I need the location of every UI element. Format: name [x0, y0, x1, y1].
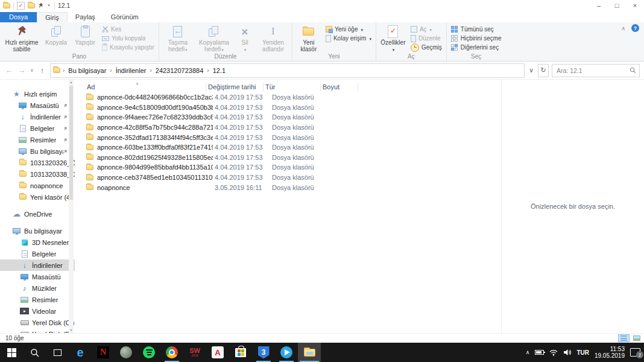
breadcrumb-this-pc[interactable]: Bu bilgisayar — [67, 67, 107, 74]
qat-properties-icon[interactable]: ✓ — [17, 2, 25, 10]
taskbar-telegram[interactable] — [275, 343, 298, 362]
qat-pin-icon[interactable] — [38, 3, 43, 8]
sidebar-item-3d-objects[interactable]: 3D Nesneler — [0, 237, 75, 248]
cut-button[interactable]: Kes — [99, 25, 157, 34]
sidebar-item-documents[interactable]: Belgeler — [0, 248, 75, 259]
start-button[interactable] — [0, 343, 23, 362]
task-view-button[interactable] — [46, 343, 69, 362]
copy-path-button[interactable]: ••• Yolu kopyala — [99, 34, 157, 43]
qat-customize-caret-icon[interactable]: ▼ — [46, 4, 51, 7]
select-all-button[interactable]: Tümünü seç — [449, 25, 504, 34]
delete-button[interactable]: × Sil — [233, 23, 256, 52]
taskbar-autocad[interactable]: A — [206, 343, 229, 362]
volume-icon[interactable] — [563, 349, 571, 356]
column-header-date[interactable]: Değiştirme tarihi — [206, 83, 264, 92]
new-folder-button[interactable]: Yeni klasör — [294, 23, 323, 52]
help-icon[interactable]: ? — [631, 24, 639, 32]
column-header-type[interactable]: Tür — [264, 83, 321, 92]
taskbar-3utools[interactable]: 3 — [252, 343, 275, 362]
move-to-button[interactable]: ← Taşıma hedefi — [161, 23, 195, 52]
action-center-icon[interactable]: 2 — [630, 348, 640, 357]
properties-button[interactable]: ✓ Özellikler — [378, 23, 408, 52]
back-button[interactable]: ← — [4, 66, 14, 75]
paste-shortcut-button[interactable]: Kısayolu yapıştır — [99, 43, 157, 52]
recent-locations-caret-icon[interactable]: ∨ — [30, 68, 34, 73]
tab-home[interactable]: Giriş — [37, 12, 68, 22]
language-indicator[interactable]: TUR — [576, 349, 589, 356]
tray-overflow-chevron-icon[interactable]: ∧ — [526, 349, 530, 355]
table-row[interactable]: apnonce-802dd19625f49328e115805ea3a... 4… — [78, 153, 501, 163]
sidebar-item-desktop-pinned[interactable]: Masaüstü — [0, 100, 75, 111]
qat-new-folder-icon[interactable] — [28, 3, 35, 8]
pin-to-quick-access-button[interactable]: Hızlı erişime sabitle — [2, 23, 42, 52]
sidebar-item-downloads-pinned[interactable]: ↓ İndirilenler — [0, 111, 75, 122]
table-row[interactable]: apnonce-9f4aeec726e7c682339ddb3c6c2... 4… — [78, 112, 501, 122]
scroll-down-icon[interactable]: ▼ — [69, 328, 74, 333]
table-row[interactable]: apnonce-42c88f5a7b75bc944c288a72153... 4… — [78, 122, 501, 133]
sidebar-scrollbar[interactable]: ▲ ▼ — [69, 80, 74, 333]
maximize-button[interactable]: □ — [608, 0, 626, 11]
tab-view[interactable]: Görünüm — [103, 12, 147, 22]
collapse-ribbon-icon[interactable]: ∧ — [621, 25, 625, 31]
copy-to-button[interactable]: Kopyalama hedefi — [195, 23, 233, 52]
sidebar-item-onedrive[interactable]: ☁ OneDrive — [0, 208, 75, 220]
table-row[interactable]: apnonce-9804d99e85bbafd4bb1135a1044... 4… — [78, 162, 501, 173]
clock[interactable]: 11:53 19.05.2019 — [595, 346, 625, 360]
sidebar-item-folder[interactable]: Yeni klasör (4) — [0, 191, 75, 203]
scrollbar-thumb[interactable] — [69, 86, 73, 200]
breadcrumb-downloads[interactable]: İndirilenler — [115, 67, 148, 74]
sidebar-item-music[interactable]: ♪ Müzikler — [0, 282, 75, 294]
table-row[interactable]: apnonce-603be133ff0bdfa0f83f21e74191... … — [78, 142, 501, 153]
sidebar-item-documents-pinned[interactable]: Belgeler — [0, 122, 75, 134]
taskbar-file-explorer[interactable] — [298, 343, 321, 362]
table-row[interactable]: apnonce-ceb37485ed1eb10345011310903... 4… — [78, 173, 501, 183]
sidebar-item-desktop[interactable]: Masaüstü — [0, 271, 75, 282]
table-row[interactable]: apnonce-0dc448240696866b0cc1b2ac3ec... 4… — [78, 92, 501, 103]
sidebar-item-downloads[interactable]: ↓ İndirilenler — [0, 259, 75, 271]
sidebar-item-local-disk-c[interactable]: Yerel Disk (C:) — [0, 317, 75, 328]
sidebar-item-folder[interactable]: noapnonce — [0, 180, 75, 191]
open-button[interactable]: Aç — [408, 25, 444, 34]
taskbar-chrome[interactable] — [160, 343, 183, 362]
sidebar-item-folder[interactable]: 1031320338_Onu — [0, 168, 75, 180]
taskbar-solidworks[interactable]: SW2018 — [183, 343, 206, 362]
tab-file[interactable]: Dosya — [0, 12, 37, 22]
breadcrumb[interactable]: › Bu bilgisayar › İndirilenler › 2423120… — [50, 63, 525, 78]
new-item-button[interactable]: Yeni öğe — [323, 25, 374, 34]
select-none-button[interactable]: Hiçbirini seçme — [449, 34, 504, 43]
breadcrumb-parent-folder[interactable]: 2423120723884 — [154, 67, 205, 74]
search-box[interactable] — [552, 64, 640, 77]
rename-button[interactable]: I Yeniden adlandır — [256, 23, 290, 52]
copy-button[interactable]: Kopyala — [42, 23, 71, 46]
sidebar-item-pictures-pinned[interactable]: Resimler — [0, 134, 75, 145]
details-view-button[interactable] — [618, 334, 630, 342]
taskbar-spotify[interactable] — [137, 343, 160, 362]
minimize-button[interactable]: – — [590, 0, 608, 11]
taskbar-netflix[interactable]: N — [92, 343, 115, 362]
sidebar-item-folder[interactable]: 1031320326_Özd — [0, 157, 75, 168]
sidebar-item-local-disk-e[interactable]: Yerel Disk (E:) — [0, 328, 75, 333]
invert-selection-button[interactable]: Diğerlerini seç — [449, 43, 504, 52]
sidebar-item-this-pc-pinned[interactable]: Bu bilgisayar — [0, 145, 75, 157]
scroll-up-icon[interactable]: ▲ — [69, 80, 74, 85]
table-row[interactable]: apnonce-9e4c518009d00df190a450b3b47... 4… — [78, 103, 501, 113]
paste-button[interactable]: Yapıştır — [71, 23, 99, 46]
battery-icon[interactable] — [535, 350, 544, 355]
taskbar-edge[interactable]: e — [69, 343, 92, 362]
table-row[interactable]: noapnonce 3.05.2019 16:11 Dosya klasörü — [78, 182, 501, 192]
taskbar-globe-app[interactable] — [115, 343, 137, 362]
column-header-size[interactable]: Boyut — [321, 83, 358, 92]
breadcrumb-current-folder[interactable]: 12.1 — [212, 67, 227, 74]
taskbar-search-button[interactable] — [23, 343, 46, 362]
close-button[interactable]: × — [626, 0, 644, 11]
sidebar-item-this-pc[interactable]: Bu bilgisayar — [0, 225, 75, 237]
refresh-button[interactable]: ↻ — [538, 64, 549, 77]
history-button[interactable]: Geçmiş — [408, 43, 444, 52]
tab-share[interactable]: Paylaş — [68, 12, 103, 22]
up-button[interactable]: ↑ — [37, 66, 47, 75]
table-row[interactable]: apnonce-352dfad1713834f4f94c5ff3c3e5e...… — [78, 132, 501, 142]
forward-button[interactable]: → — [17, 66, 27, 75]
easy-access-button[interactable]: Kolay erişim — [323, 34, 374, 43]
sidebar-item-videos[interactable]: Videolar — [0, 305, 75, 317]
address-dropdown-caret-icon[interactable]: ∨ — [528, 64, 535, 77]
